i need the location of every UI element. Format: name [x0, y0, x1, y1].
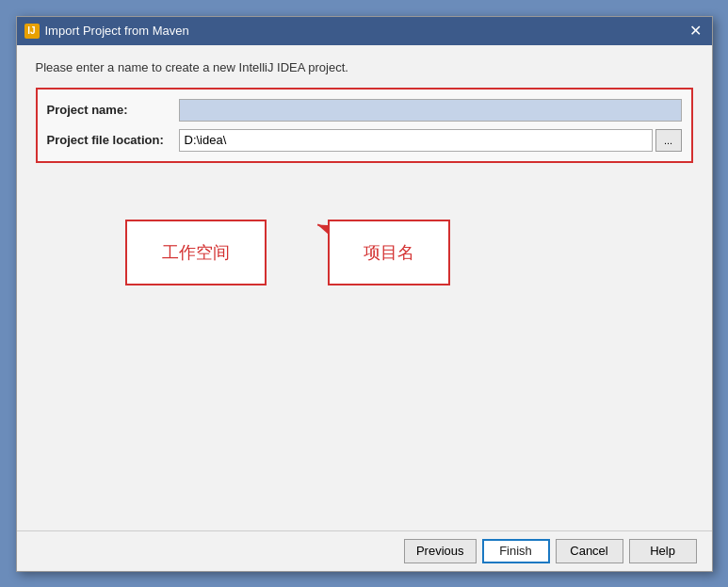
fields-section: Project name: Project file location: ...: [36, 88, 693, 163]
workspace-label: 工作空间: [162, 241, 230, 264]
browse-button[interactable]: ...: [655, 129, 682, 152]
project-name-row: Project name:: [47, 99, 682, 122]
footer: Previous Finish Cancel Help: [17, 530, 712, 571]
dialog-description: Please enter a name to create a new Inte…: [36, 60, 693, 74]
project-location-row: Project file location: ...: [47, 129, 682, 152]
project-location-label: Project file location:: [47, 133, 179, 147]
project-name-label: Project name:: [47, 103, 179, 117]
project-name-annotation-label: 项目名: [364, 241, 414, 264]
title-bar: IJ Import Project from Maven ✕: [17, 17, 712, 45]
finish-button[interactable]: Finish: [482, 539, 550, 563]
intellij-icon: IJ: [24, 24, 40, 39]
previous-button[interactable]: Previous: [404, 539, 477, 563]
import-maven-dialog: IJ Import Project from Maven ✕ Please en…: [16, 16, 713, 572]
help-button[interactable]: Help: [629, 539, 697, 563]
annotations-area: 工作空间 项目名: [36, 182, 693, 521]
cancel-button[interactable]: Cancel: [556, 539, 623, 563]
dialog-body: Please enter a name to create a new Inte…: [17, 45, 712, 530]
title-bar-left: IJ Import Project from Maven: [24, 24, 189, 39]
dialog-title: Import Project from Maven: [45, 24, 189, 38]
project-location-input[interactable]: [179, 129, 653, 152]
close-button[interactable]: ✕: [688, 23, 704, 40]
project-name-input[interactable]: [179, 99, 682, 122]
workspace-annotation-box: 工作空间: [125, 220, 267, 285]
project-name-annotation-box: 项目名: [328, 220, 450, 285]
